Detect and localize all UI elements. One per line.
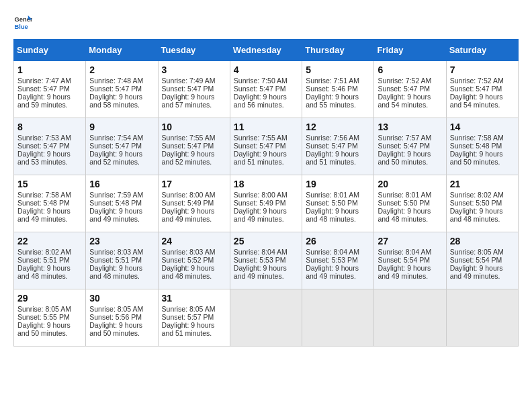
sunrise-text: Sunrise: 8:03 AM [162, 248, 216, 256]
daylight-text: Daylight: 9 hours and 48 minutes. [162, 264, 215, 280]
daylight-text: Daylight: 9 hours and 54 minutes. [378, 93, 431, 109]
sunset-text: Sunset: 5:52 PM [162, 256, 214, 264]
sunrise-text: Sunrise: 8:00 AM [162, 191, 216, 199]
daylight-text: Daylight: 9 hours and 48 minutes. [378, 207, 431, 223]
daylight-text: Daylight: 9 hours and 53 minutes. [17, 150, 71, 166]
day-number: 4 [234, 64, 298, 75]
sunrise-text: Sunrise: 8:05 AM [89, 305, 143, 313]
sunset-text: Sunset: 5:48 PM [17, 199, 70, 207]
calendar-cell: 23 Sunrise: 8:03 AM Sunset: 5:51 PM Dayl… [86, 232, 158, 289]
sunset-text: Sunset: 5:51 PM [89, 256, 142, 264]
calendar-cell [446, 289, 518, 347]
sunrise-text: Sunrise: 7:58 AM [450, 134, 504, 142]
weekday-header: Saturday [446, 40, 518, 61]
sunset-text: Sunset: 5:47 PM [89, 85, 142, 93]
sunset-text: Sunset: 5:47 PM [17, 85, 70, 93]
daylight-text: Daylight: 9 hours and 49 minutes. [378, 264, 431, 280]
day-number: 17 [162, 179, 226, 189]
calendar-cell: 2 Sunrise: 7:48 AM Sunset: 5:47 PM Dayli… [86, 61, 158, 118]
sunrise-text: Sunrise: 8:04 AM [234, 248, 287, 256]
calendar-cell: 24 Sunrise: 8:03 AM Sunset: 5:52 PM Dayl… [158, 232, 230, 289]
day-number: 10 [162, 122, 226, 132]
sunrise-text: Sunrise: 7:52 AM [450, 77, 504, 85]
sunset-text: Sunset: 5:47 PM [378, 85, 430, 93]
daylight-text: Daylight: 9 hours and 51 minutes. [306, 150, 359, 166]
sunrise-text: Sunrise: 8:04 AM [378, 248, 431, 256]
sunset-text: Sunset: 5:54 PM [450, 256, 502, 264]
daylight-text: Daylight: 9 hours and 57 minutes. [162, 93, 215, 109]
calendar-cell: 5 Sunrise: 7:51 AM Sunset: 5:46 PM Dayli… [302, 61, 374, 118]
day-number: 8 [17, 122, 82, 132]
calendar-cell: 31 Sunrise: 8:05 AM Sunset: 5:57 PM Dayl… [158, 289, 230, 347]
calendar-week-row: 1 Sunrise: 7:47 AM Sunset: 5:47 PM Dayli… [14, 61, 519, 118]
weekday-header: Wednesday [230, 40, 302, 61]
sunset-text: Sunset: 5:54 PM [378, 256, 430, 264]
sunset-text: Sunset: 5:47 PM [17, 142, 70, 150]
weekday-header: Friday [374, 40, 446, 61]
calendar-cell: 19 Sunrise: 8:01 AM Sunset: 5:50 PM Dayl… [302, 175, 374, 232]
calendar-week-row: 15 Sunrise: 7:58 AM Sunset: 5:48 PM Dayl… [14, 175, 519, 232]
day-number: 31 [162, 293, 226, 304]
sunrise-text: Sunrise: 7:47 AM [17, 77, 71, 85]
day-number: 9 [89, 122, 154, 132]
sunrise-text: Sunrise: 7:57 AM [378, 134, 431, 142]
calendar-cell: 13 Sunrise: 7:57 AM Sunset: 5:47 PM Dayl… [374, 118, 446, 175]
page-header: General Blue [13, 13, 519, 32]
day-number: 15 [17, 179, 82, 189]
sunset-text: Sunset: 5:53 PM [234, 256, 286, 264]
calendar-week-row: 22 Sunrise: 8:02 AM Sunset: 5:51 PM Dayl… [14, 232, 519, 289]
sunset-text: Sunset: 5:55 PM [17, 313, 70, 321]
daylight-text: Daylight: 9 hours and 49 minutes. [234, 207, 287, 223]
sunset-text: Sunset: 5:50 PM [378, 199, 430, 207]
day-number: 13 [378, 122, 442, 132]
sunrise-text: Sunrise: 8:05 AM [17, 305, 71, 313]
calendar-cell: 28 Sunrise: 8:05 AM Sunset: 5:54 PM Dayl… [446, 232, 518, 289]
daylight-text: Daylight: 9 hours and 50 minutes. [17, 321, 71, 337]
day-number: 29 [17, 293, 82, 304]
sunrise-text: Sunrise: 7:49 AM [162, 77, 216, 85]
calendar-cell: 9 Sunrise: 7:54 AM Sunset: 5:47 PM Dayli… [86, 118, 158, 175]
calendar-cell: 10 Sunrise: 7:55 AM Sunset: 5:47 PM Dayl… [158, 118, 230, 175]
sunrise-text: Sunrise: 8:01 AM [378, 191, 431, 199]
calendar-table: SundayMondayTuesdayWednesdayThursdayFrid… [13, 39, 519, 347]
daylight-text: Daylight: 9 hours and 51 minutes. [162, 321, 215, 337]
logo-icon: General Blue [13, 13, 32, 32]
daylight-text: Daylight: 9 hours and 48 minutes. [89, 264, 142, 280]
calendar-cell: 16 Sunrise: 7:59 AM Sunset: 5:48 PM Dayl… [86, 175, 158, 232]
day-number: 12 [306, 122, 370, 132]
day-number: 24 [162, 236, 226, 246]
calendar-cell: 3 Sunrise: 7:49 AM Sunset: 5:47 PM Dayli… [158, 61, 230, 118]
sunrise-text: Sunrise: 7:51 AM [306, 77, 359, 85]
sunset-text: Sunset: 5:57 PM [162, 313, 214, 321]
weekday-header: Thursday [302, 40, 374, 61]
sunset-text: Sunset: 5:49 PM [162, 199, 214, 207]
sunrise-text: Sunrise: 7:56 AM [306, 134, 359, 142]
sunset-text: Sunset: 5:47 PM [89, 142, 142, 150]
weekday-header: Tuesday [158, 40, 230, 61]
sunrise-text: Sunrise: 7:50 AM [234, 77, 287, 85]
calendar-cell: 1 Sunrise: 7:47 AM Sunset: 5:47 PM Dayli… [14, 61, 86, 118]
sunset-text: Sunset: 5:50 PM [306, 199, 358, 207]
calendar-cell: 27 Sunrise: 8:04 AM Sunset: 5:54 PM Dayl… [374, 232, 446, 289]
daylight-text: Daylight: 9 hours and 49 minutes. [234, 264, 287, 280]
sunrise-text: Sunrise: 7:48 AM [89, 77, 143, 85]
day-number: 6 [378, 64, 442, 75]
daylight-text: Daylight: 9 hours and 58 minutes. [89, 93, 142, 109]
calendar-cell: 26 Sunrise: 8:04 AM Sunset: 5:53 PM Dayl… [302, 232, 374, 289]
sunset-text: Sunset: 5:47 PM [234, 142, 286, 150]
daylight-text: Daylight: 9 hours and 49 minutes. [89, 207, 142, 223]
calendar-cell: 14 Sunrise: 7:58 AM Sunset: 5:48 PM Dayl… [446, 118, 518, 175]
day-number: 1 [17, 64, 82, 75]
daylight-text: Daylight: 9 hours and 54 minutes. [450, 93, 503, 109]
day-number: 28 [450, 236, 515, 246]
day-number: 14 [450, 122, 515, 132]
day-number: 27 [378, 236, 442, 246]
day-number: 23 [89, 236, 154, 246]
sunrise-text: Sunrise: 8:05 AM [450, 248, 504, 256]
calendar-cell [374, 289, 446, 347]
day-number: 3 [162, 64, 226, 75]
daylight-text: Daylight: 9 hours and 48 minutes. [306, 207, 359, 223]
sunset-text: Sunset: 5:48 PM [89, 199, 142, 207]
calendar-cell: 30 Sunrise: 8:05 AM Sunset: 5:56 PM Dayl… [86, 289, 158, 347]
sunset-text: Sunset: 5:53 PM [306, 256, 358, 264]
